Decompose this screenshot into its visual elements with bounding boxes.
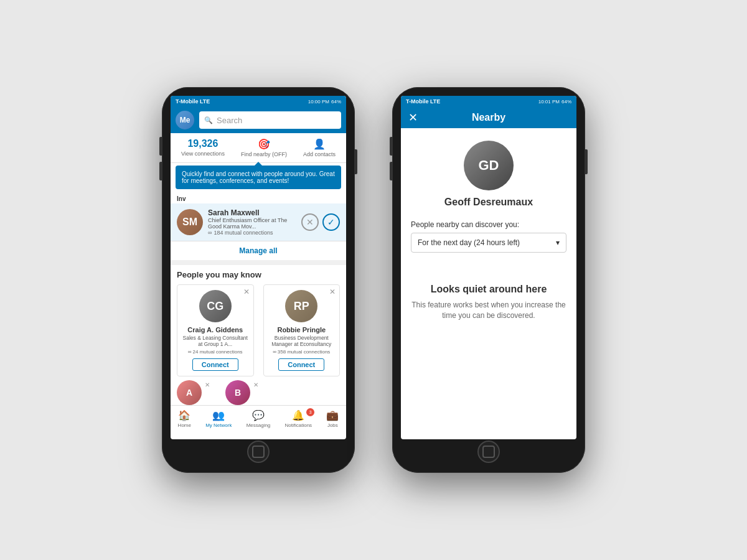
power-button[interactable] — [355, 149, 357, 174]
network-bar: 19,326 View connections 🎯 Find nearby (O… — [171, 133, 346, 163]
status-bar-1: T-Mobile LTE 10:00 PM 64% — [171, 96, 346, 107]
network-icon: 👥 — [212, 409, 225, 421]
notifications-icon: 🔔 — [292, 409, 304, 421]
nearby-header: ✕ Nearby — [401, 107, 576, 128]
phone-2-bottom — [401, 439, 576, 464]
dropdown-value: For the next day (24 hours left) — [418, 238, 520, 247]
phone-2-vol-up[interactable] — [390, 137, 392, 156]
more-person-1-avatar: A — [177, 380, 202, 405]
dismiss-more-1[interactable]: ✕ — [205, 380, 210, 405]
add-contacts[interactable]: 👤 Add contacts — [303, 138, 336, 157]
nav-notifications-label: Notifications — [285, 422, 312, 428]
nav-home-label: Home — [178, 422, 191, 428]
nearby-content: GD Geoff Desreumaux People nearby can di… — [401, 128, 576, 439]
home-button-1[interactable] — [247, 441, 270, 463]
people-grid: ✕ CG Craig A. Giddens Sales & Leasing Co… — [171, 284, 346, 376]
home-icon: 🏠 — [178, 409, 190, 421]
mutual-icon-1: ∞ — [188, 349, 192, 355]
sarah-avatar: SM — [177, 209, 203, 235]
volume-down-button[interactable] — [159, 162, 162, 180]
time-1: 10:00 PM — [308, 99, 329, 105]
tooltip-text: Quickly find and connect with people aro… — [182, 170, 335, 184]
volume-up-button[interactable] — [159, 137, 162, 156]
home-button-2[interactable] — [477, 441, 500, 463]
time-2: 10:01 PM — [538, 99, 560, 105]
more-people-row: A ✕ B ✕ — [171, 376, 346, 405]
invitation-name: Sarah Maxwell — [208, 208, 296, 217]
discover-duration-dropdown[interactable]: For the next day (24 hours left) ▾ — [411, 233, 566, 253]
mutual-icon: ∞ — [208, 230, 212, 236]
nearby-title: Nearby — [472, 112, 505, 123]
mutual-count: 184 mutual connections — [214, 230, 273, 236]
mutual-count-2: 358 mutual connections — [278, 349, 331, 355]
messaging-icon: 💬 — [252, 409, 265, 421]
geoff-avatar: GD — [464, 141, 514, 190]
add-contacts-icon: 👤 — [313, 138, 326, 150]
invitation-title: Chief Enthusiasm Officer at The Good Kar… — [208, 217, 296, 230]
person-card-2: ✕ RP Robbie Pringle Business Development… — [263, 284, 341, 376]
people-section-title: People you may know — [171, 265, 346, 284]
person-2-avatar: RP — [285, 290, 317, 322]
person-1-mutual: ∞ 24 mutual connections — [188, 349, 243, 355]
robbie-avatar: RP — [285, 290, 317, 322]
linkedin-header: Me 🔍 Search — [171, 107, 346, 133]
nearby-icon: 🎯 — [258, 138, 270, 150]
nav-my-network[interactable]: 👥 My Network — [205, 409, 232, 428]
add-contacts-label: Add contacts — [303, 151, 336, 157]
home-button-inner-2 — [482, 446, 495, 458]
more-avatar-1: A — [177, 380, 202, 405]
discover-label: People nearby can discover you: — [411, 220, 566, 229]
empty-state-title: Looks quiet around here — [431, 284, 547, 295]
nav-home[interactable]: 🏠 Home — [178, 409, 191, 428]
phone-1: T-Mobile LTE 10:00 PM 64% Me 🔍 Search — [162, 87, 355, 473]
nav-jobs[interactable]: 💼 Jobs — [326, 409, 339, 428]
carrier-1: T-Mobile LTE — [176, 98, 210, 105]
search-box[interactable]: 🔍 Search — [199, 111, 341, 129]
search-icon: 🔍 — [204, 116, 213, 124]
mutual-icon-2: ∞ — [273, 349, 276, 355]
battery-2: 64% — [561, 99, 571, 105]
find-nearby[interactable]: 🎯 Find nearby (OFF) — [241, 138, 287, 157]
nearby-label: Find nearby (OFF) — [241, 151, 287, 157]
person-1-name: Craig A. Giddens — [187, 326, 243, 334]
phone-2-vol-down[interactable] — [390, 162, 392, 180]
empty-state-text: This feature works best when you increas… — [411, 300, 566, 321]
nav-messaging[interactable]: 💬 Messaging — [247, 409, 271, 428]
more-avatar-2: B — [225, 380, 250, 405]
mutual-count-1: 24 mutual connections — [193, 349, 243, 355]
invitation-mutual: ∞ 184 mutual connections — [208, 230, 296, 236]
connect-button-1[interactable]: Connect — [192, 358, 238, 371]
nav-notifications[interactable]: 🔔 3 Notifications — [285, 409, 312, 428]
status-right-1: 10:00 PM 64% — [308, 99, 341, 105]
dismiss-person-1[interactable]: ✕ — [243, 287, 250, 296]
person-card-1: ✕ CG Craig A. Giddens Sales & Leasing Co… — [177, 284, 254, 376]
notification-badge: 3 — [306, 408, 314, 416]
nearby-close-button[interactable]: ✕ — [408, 111, 418, 124]
user-avatar[interactable]: Me — [176, 111, 194, 129]
connect-button-2[interactable]: Connect — [278, 358, 324, 371]
person-1-avatar: CG — [199, 290, 232, 322]
chevron-down-icon: ▾ — [556, 238, 560, 247]
phone-2-screen: T-Mobile LTE 10:01 PM 64% ✕ Nearby GD Ge… — [401, 96, 576, 439]
manage-all-link[interactable]: Manage all — [171, 241, 346, 265]
dismiss-person-2[interactable]: ✕ — [329, 287, 336, 296]
view-connections[interactable]: 19,326 View connections — [181, 138, 225, 157]
invitation-avatar: SM — [177, 209, 203, 235]
phone-1-screen: T-Mobile LTE 10:00 PM 64% Me 🔍 Search — [171, 96, 346, 439]
nearby-user-avatar: GD — [464, 141, 514, 190]
accept-button[interactable]: ✓ — [322, 213, 340, 231]
more-person-2-avatar: B — [225, 380, 250, 405]
battery-1: 64% — [331, 99, 341, 105]
status-right-2: 10:01 PM 64% — [538, 99, 571, 105]
bottom-nav: 🏠 Home 👥 My Network 💬 Messaging 🔔 3 Noti… — [171, 405, 346, 431]
carrier-2: T-Mobile LTE — [406, 98, 440, 105]
dismiss-more-2[interactable]: ✕ — [253, 380, 258, 405]
phone-1-bottom — [171, 439, 346, 464]
phone-2-power[interactable] — [585, 149, 588, 174]
reject-button[interactable]: ✕ — [301, 213, 319, 231]
invitation-label: Inv — [171, 192, 346, 203]
status-bar-2: T-Mobile LTE 10:01 PM 64% — [401, 96, 576, 107]
connections-count: 19,326 — [187, 138, 218, 149]
search-placeholder: Search — [217, 116, 242, 125]
nearby-empty-state: Looks quiet around here This feature wor… — [411, 284, 566, 321]
